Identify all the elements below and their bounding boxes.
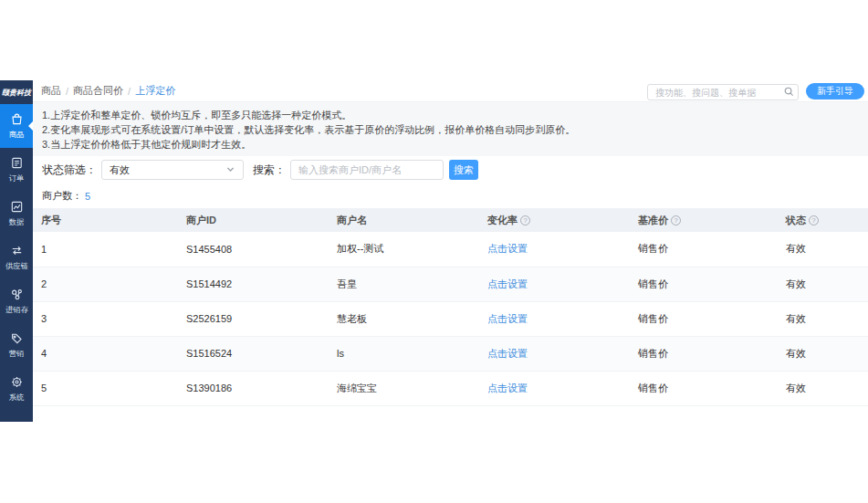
help-icon[interactable]: ?: [809, 215, 819, 225]
breadcrumb-separator: /: [128, 86, 131, 97]
notice-line: 3.当上浮定价价格低于其他定价规则时才生效。: [42, 137, 859, 152]
set-change-rate-link[interactable]: 点击设置: [487, 313, 528, 324]
cell-merchant-name: ls: [329, 336, 480, 371]
sidebar: 颐贵科技 商品 订单: [0, 80, 33, 422]
chevron-down-icon: [225, 164, 235, 176]
notice-line: 1.上浮定价和整单定价、锁价均互斥，即至多只能选择一种定价模式。: [42, 108, 859, 122]
table-row: 3 S2526159 慧老板 点击设置 销售价 有效: [33, 301, 868, 336]
global-search: [647, 83, 799, 100]
sidebar-item-inventory[interactable]: 进销存: [0, 279, 33, 323]
col-index: 序号: [33, 209, 179, 232]
gear-icon: [10, 375, 24, 389]
set-change-rate-link[interactable]: 点击设置: [487, 382, 528, 393]
col-merchant-id: 商户ID: [179, 209, 329, 232]
table-row: 2 S1514492 吾皇 点击设置 销售价 有效: [33, 267, 868, 301]
global-search-input[interactable]: [647, 84, 799, 100]
order-doc-icon: [10, 156, 24, 170]
cell-index: 1: [33, 232, 179, 267]
table-row: 5 S1390186 海绵宝宝 点击设置 销售价 有效: [33, 371, 868, 405]
sidebar-item-label: 订单: [9, 173, 25, 183]
sidebar-item-orders[interactable]: 订单: [0, 148, 33, 192]
cell-base-price: 销售价: [631, 371, 779, 405]
cell-index: 4: [33, 336, 179, 371]
set-change-rate-link[interactable]: 点击设置: [487, 243, 528, 254]
search-icon[interactable]: [783, 85, 795, 101]
help-icon[interactable]: ?: [520, 215, 530, 225]
supply-arrows-icon: [10, 244, 24, 257]
shopping-bag-icon: [10, 112, 24, 126]
filter-row: 状态筛选： 有效 搜索： 搜索: [33, 156, 868, 183]
merchant-search-input[interactable]: [290, 160, 444, 180]
status-filter-label: 状态筛选：: [42, 162, 97, 178]
guide-button[interactable]: 新手引导: [806, 83, 864, 100]
cell-index: 2: [33, 267, 179, 301]
col-base-price: 基准价?: [631, 209, 779, 232]
network-nodes-icon: [10, 288, 24, 301]
line-chart-icon: [10, 200, 24, 214]
cell-merchant-name: 慧老板: [329, 301, 480, 336]
sidebar-item-label: 商品: [9, 129, 25, 140]
app-logo: 颐贵科技: [0, 80, 33, 104]
cell-status: 有效: [779, 336, 868, 371]
cell-merchant-id: S2526159: [179, 301, 329, 336]
set-change-rate-link[interactable]: 点击设置: [487, 348, 528, 359]
sidebar-item-label: 数据: [9, 216, 25, 227]
table-header-row: 序号 商户ID 商户名 变化率? 基准价? 状态?: [33, 209, 868, 232]
cell-base-price: 销售价: [631, 232, 779, 267]
topbar-right: 新手引导: [647, 83, 864, 100]
col-status: 状态?: [779, 209, 868, 232]
breadcrumb-item-contract-price[interactable]: 商品合同价: [73, 84, 123, 98]
breadcrumb-separator: /: [66, 86, 68, 97]
status-select[interactable]: 有效: [101, 160, 244, 180]
breadcrumb: 商品 / 商品合同价 / 上浮定价: [41, 84, 175, 98]
search-button[interactable]: 搜索: [449, 160, 478, 180]
cell-base-price: 销售价: [631, 267, 779, 301]
help-icon[interactable]: ?: [671, 215, 681, 225]
breadcrumb-item-goods[interactable]: 商品: [41, 84, 61, 98]
sidebar-item-data[interactable]: 数据: [0, 192, 33, 236]
sidebar-item-goods[interactable]: 商品: [0, 104, 33, 148]
cell-merchant-id: S1455408: [179, 232, 329, 267]
cell-merchant-id: S1390186: [179, 371, 329, 405]
sidebar-item-label: 供应链: [5, 260, 28, 271]
cell-merchant-id: S1514492: [179, 267, 329, 301]
col-merchant-name: 商户名: [329, 209, 480, 232]
sidebar-item-marketing[interactable]: 营销: [0, 323, 33, 367]
cell-status: 有效: [779, 301, 868, 336]
cell-merchant-id: S1516524: [179, 336, 329, 371]
merchant-count-value: 5: [85, 191, 90, 202]
cell-base-price: 销售价: [631, 336, 779, 371]
merchant-table: 序号 商户ID 商户名 变化率? 基准价? 状态? 1 S1455408 加权-…: [33, 209, 868, 406]
breadcrumb-item-float-price: 上浮定价: [135, 84, 175, 98]
cell-index: 3: [33, 301, 179, 336]
topbar: 商品 / 商品合同价 / 上浮定价 新手引导: [33, 80, 868, 102]
notice-line: 2.变化率展现形式可在系统设置/订单中设置，默认选择变化率，表示基于原价的浮动比…: [42, 122, 859, 137]
cell-index: 5: [33, 371, 179, 405]
cell-status: 有效: [779, 232, 868, 267]
app-window: 颐贵科技 商品 订单: [0, 80, 868, 422]
sidebar-item-label: 营销: [9, 348, 25, 359]
search-filter-label: 搜索：: [253, 162, 286, 178]
cell-merchant-name: 吾皇: [329, 267, 480, 301]
merchant-count-row: 商户数： 5: [33, 183, 868, 209]
cell-status: 有效: [779, 267, 868, 301]
col-change-rate: 变化率?: [480, 209, 631, 232]
table-row: 1 S1455408 加权--测试 点击设置 销售价 有效: [33, 232, 868, 267]
main-content: 商品 / 商品合同价 / 上浮定价 新手引导: [33, 80, 868, 422]
cell-base-price: 销售价: [631, 301, 779, 336]
cell-merchant-name: 加权--测试: [329, 232, 480, 267]
price-tag-icon: [10, 331, 24, 345]
table-row: 4 S1516524 ls 点击设置 销售价 有效: [33, 336, 868, 371]
sidebar-item-label: 系统: [9, 392, 25, 403]
notice-box: 1.上浮定价和整单定价、锁价均互斥，即至多只能选择一种定价模式。 2.变化率展现…: [33, 102, 868, 156]
status-select-value: 有效: [110, 163, 130, 177]
page: 颐贵科技 商品 订单: [0, 0, 868, 503]
sidebar-item-supply-chain[interactable]: 供应链: [0, 236, 33, 279]
set-change-rate-link[interactable]: 点击设置: [487, 278, 528, 289]
sidebar-item-system[interactable]: 系统: [0, 367, 33, 411]
merchant-count-label: 商户数：: [42, 189, 82, 203]
sidebar-item-label: 进销存: [5, 304, 28, 315]
cell-status: 有效: [779, 371, 868, 405]
cell-merchant-name: 海绵宝宝: [329, 371, 480, 405]
